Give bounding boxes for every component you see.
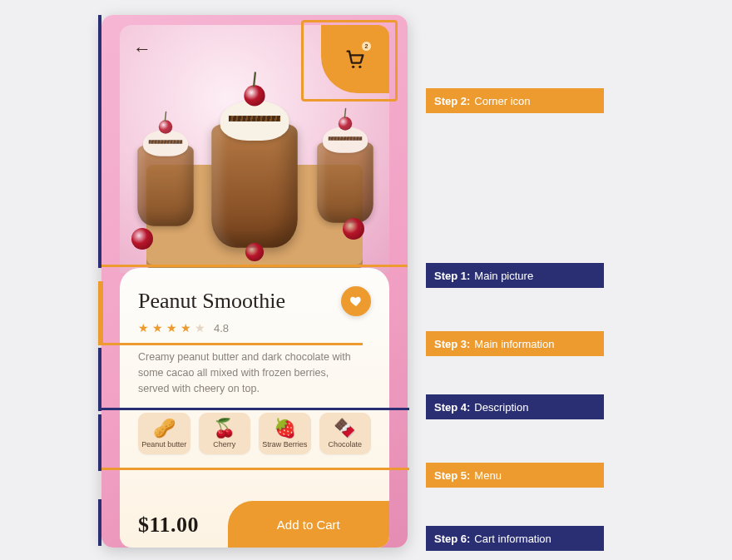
diagram-canvas: ← 2 Peanut Smoothie ★ <box>0 0 732 560</box>
rating-value: 4.8 <box>214 322 229 335</box>
heart-icon <box>349 295 363 308</box>
step-text: Cart information <box>474 533 551 545</box>
main-picture: ← 2 <box>120 25 389 273</box>
chocolate-icon: 🍫 <box>334 419 356 438</box>
star-icon: ★ <box>152 321 163 335</box>
step5-label: Step 5: Menu <box>426 463 604 488</box>
peanut-icon: 🥜 <box>153 419 176 438</box>
star-icon-empty: ★ <box>195 321 205 335</box>
svg-point-1 <box>359 66 361 68</box>
ingredient-label: Cherry <box>213 441 235 449</box>
step-text: Menu <box>474 469 502 482</box>
ingredient-strawberries[interactable]: 🍓 Straw Berries <box>259 413 311 454</box>
step6-label: Step 6: Cart information <box>426 526 604 551</box>
step4-label: Step 4: Description <box>426 394 604 419</box>
smoothie-jar-bg <box>317 141 373 223</box>
step2-label: Step 2: Corner icon <box>426 88 604 113</box>
step-text: Description <box>474 401 528 414</box>
ingredient-chocolate[interactable]: 🍫 Chocolate <box>319 413 372 454</box>
rating-row: ★ ★ ★ ★ ★ 4.8 <box>138 321 371 335</box>
cherry <box>245 243 264 261</box>
ingredient-menu: 🥜 Peanut butter 🍒 Cherry 🍓 Straw Berries… <box>138 413 371 454</box>
step1-label: Step 1: Main picture <box>426 263 604 288</box>
step-prefix: Step 3: <box>434 338 470 350</box>
cherry <box>131 228 153 250</box>
cart-icon <box>344 47 367 71</box>
smoothie-jar-main <box>211 123 298 248</box>
step-prefix: Step 5: <box>434 469 470 482</box>
product-title: Peanut Smoothie <box>138 289 285 314</box>
ingredient-peanut-butter[interactable]: 🥜 Peanut butter <box>138 413 190 454</box>
svg-point-0 <box>352 66 354 68</box>
cherry <box>343 218 364 240</box>
cart-corner-button[interactable]: 2 <box>321 25 389 93</box>
step-text: Corner icon <box>474 95 530 107</box>
detail-sheet: Peanut Smoothie ★ ★ ★ ★ ★ 4.8 Creamy pea… <box>120 268 389 548</box>
cart-badge: 2 <box>362 42 371 51</box>
phone-card: ← 2 Peanut Smoothie ★ <box>101 15 408 548</box>
ingredient-cherry[interactable]: 🍒 Cherry <box>199 413 251 454</box>
ingredient-label: Peanut butter <box>141 441 186 449</box>
price-label: $11.00 <box>138 513 199 538</box>
step-prefix: Step 6: <box>434 533 470 545</box>
product-description: Creamy peanut butter and dark chocolate … <box>138 349 357 396</box>
add-to-cart-button[interactable]: Add to Cart <box>228 501 389 548</box>
favorite-button[interactable] <box>341 286 371 316</box>
cherry-icon: 🍒 <box>213 419 235 438</box>
back-arrow-icon[interactable]: ← <box>133 38 151 60</box>
smoothie-jar-bg <box>137 145 194 226</box>
main-info-row: Peanut Smoothie <box>138 286 371 316</box>
ingredient-label: Straw Berries <box>262 441 307 449</box>
star-icon: ★ <box>181 321 191 335</box>
star-icon: ★ <box>138 321 149 335</box>
star-icon: ★ <box>166 321 177 335</box>
step-prefix: Step 2: <box>434 95 470 107</box>
step3-label: Step 3: Main information <box>426 331 604 356</box>
ingredient-label: Chocolate <box>328 441 362 449</box>
step-text: Main information <box>474 338 554 350</box>
step-text: Main picture <box>474 270 533 282</box>
step-prefix: Step 1: <box>434 270 470 282</box>
step-prefix: Step 4: <box>434 401 470 414</box>
strawberry-icon: 🍓 <box>274 419 296 438</box>
